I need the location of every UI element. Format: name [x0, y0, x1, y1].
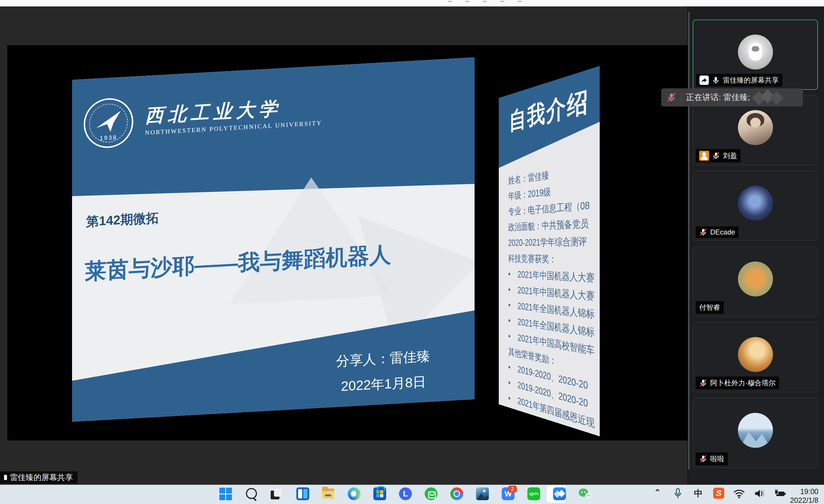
mic-muted-icon [666, 92, 677, 102]
side-line: 2020-2021学年综合测评 [508, 232, 595, 251]
mic-muted-icon [699, 379, 707, 387]
blue-l-app-button[interactable]: L [396, 487, 415, 502]
side-line: 科技竞赛获奖： [508, 250, 595, 269]
speaking-toast: 正在讲话: 雷佳臻; [661, 88, 803, 106]
participant-label: 付智睿 [696, 301, 724, 314]
wechat-icon [579, 487, 592, 500]
slide-main: 1938 西北工业大学 NORTHWESTERN POLYTECHNICAL U… [72, 58, 475, 422]
ime-zh-icon: 中 [694, 488, 703, 499]
task-view-button[interactable] [268, 487, 287, 502]
participant-tile[interactable]: 阿卜杜外力·穆合塔尔 [693, 322, 818, 392]
photos-button[interactable] [473, 487, 492, 502]
slide-side: 自我介绍 姓名：雷佳臻 年级：2019级 专业：电子信息工程（08 政治面貌：中… [499, 66, 600, 436]
participant-name: 啦啦 [710, 454, 724, 464]
avatar [738, 337, 773, 372]
windows-start-icon [219, 487, 232, 501]
window-top-strip[interactable] [0, 0, 824, 6]
microsoft-store-icon [373, 487, 386, 500]
avatar [738, 186, 773, 220]
participant-tile[interactable]: 啦啦 [693, 398, 818, 468]
sidebar-scrollbar[interactable] [688, 12, 690, 470]
participant-label: 啦啦 [696, 452, 728, 465]
top-strip-handle-dash [465, 1, 469, 2]
speaking-toast-text: 正在讲话: 雷佳臻; [686, 92, 750, 103]
top-strip-handle-dash [448, 1, 452, 2]
ime-indicator[interactable]: 中 [692, 488, 705, 501]
shared-screen-canvas: 1938 西北工业大学 NORTHWESTERN POLYTECHNICAL U… [0, 6, 688, 485]
share-status-text: 雷佳臻的屏幕共享 [10, 472, 73, 483]
file-explorer-icon [322, 488, 335, 501]
participant-name: 付智睿 [699, 303, 720, 312]
avatar [738, 110, 773, 145]
iqiyi-icon: iQIYI [527, 487, 540, 500]
file-explorer-button[interactable] [319, 487, 338, 502]
participant-label: 阿卜杜外力·穆合塔尔 [696, 377, 779, 389]
tencent-meeting-icon [553, 487, 566, 500]
clock-time: 19:00 [778, 487, 818, 496]
mic-muted-icon [712, 152, 720, 160]
widgets-button[interactable] [293, 487, 312, 502]
participant-tile[interactable]: 付智睿 [693, 246, 818, 317]
tray-microphone-button[interactable] [672, 488, 684, 501]
taskbar-clock[interactable]: 19:00 2022/1/8 [778, 487, 818, 504]
participant-name: 雷佳臻的屏幕共享 [723, 76, 779, 85]
taskbar: L W 2 iQIYI ⌃ 中 S [0, 485, 824, 504]
tencent-meeting-button[interactable] [550, 487, 569, 502]
clock-date: 2022/1/8 [778, 496, 818, 504]
start-button[interactable] [216, 487, 235, 502]
wifi-button[interactable] [733, 488, 745, 501]
wechat-button[interactable] [576, 487, 595, 502]
screen-share-viewport: 1938 西北工业大学 NORTHWESTERN POLYTECHNICAL U… [7, 45, 688, 440]
top-strip-handle-dash [483, 1, 487, 2]
search-button[interactable] [242, 487, 261, 502]
top-strip-handle-dash [518, 1, 522, 2]
task-view-icon [271, 488, 284, 501]
slide-series-label: 第142期微拓 [86, 209, 159, 230]
participant-label: 刘盈 [696, 149, 741, 163]
meeting-watermark-logo [751, 91, 786, 104]
sogou-pinyin-button[interactable]: S [712, 488, 725, 501]
member-badge-icon [699, 151, 709, 161]
side-slide-body: 姓名：雷佳臻 年级：2019级 专业：电子信息工程（08 政治面貌：中共预备党员… [508, 160, 595, 433]
volume-icon [753, 488, 766, 499]
mic-muted-icon [699, 228, 707, 236]
chrome-icon [450, 487, 463, 500]
photos-icon [476, 487, 489, 500]
avatar [738, 34, 773, 70]
hidden-icons-button[interactable]: ⌃ [651, 488, 664, 501]
green-store-app-button[interactable] [422, 487, 440, 502]
avatar [738, 413, 773, 448]
top-strip-handle-dash [500, 1, 504, 2]
sogou-icon: S [713, 488, 724, 499]
screen-share-icon [700, 76, 709, 85]
share-icon-fragment [4, 475, 7, 480]
search-icon [246, 488, 257, 499]
participant-name: 刘盈 [723, 151, 737, 161]
chrome-button[interactable] [447, 487, 466, 502]
volume-button[interactable] [753, 488, 766, 501]
participant-name: DEcade [710, 228, 735, 236]
microphone-icon [673, 488, 683, 499]
avatar [738, 261, 773, 296]
participant-tile[interactable]: DEcade [693, 171, 818, 241]
participant-label: DEcade [696, 226, 738, 238]
participant-tile-screen-share[interactable]: 雷佳臻的屏幕共享 [693, 19, 818, 90]
wps-office-button[interactable]: W 2 [499, 487, 517, 502]
microsoft-store-button[interactable] [371, 487, 389, 502]
taskbar-tray: ⌃ 中 S [651, 488, 786, 501]
taskbar-center-icons: L W 2 iQIYI [216, 487, 595, 502]
participant-name: 阿卜杜外力·穆合塔尔 [710, 378, 776, 388]
mic-muted-icon [699, 455, 707, 463]
edge-button[interactable] [345, 487, 364, 502]
wps-notification-badge: 2 [508, 486, 517, 493]
participant-label: 雷佳臻的屏幕共享 [696, 74, 782, 87]
edge-icon [348, 487, 360, 500]
share-status-pill: 雷佳臻的屏幕共享 [0, 471, 78, 484]
wifi-icon [733, 488, 745, 499]
widgets-icon [296, 487, 309, 500]
iqiyi-button[interactable]: iQIYI [524, 487, 543, 502]
green-store-app-icon [425, 487, 437, 500]
mic-on-icon [712, 76, 720, 84]
blue-l-app-icon: L [399, 487, 412, 500]
chevron-up-icon: ⌃ [654, 488, 661, 498]
